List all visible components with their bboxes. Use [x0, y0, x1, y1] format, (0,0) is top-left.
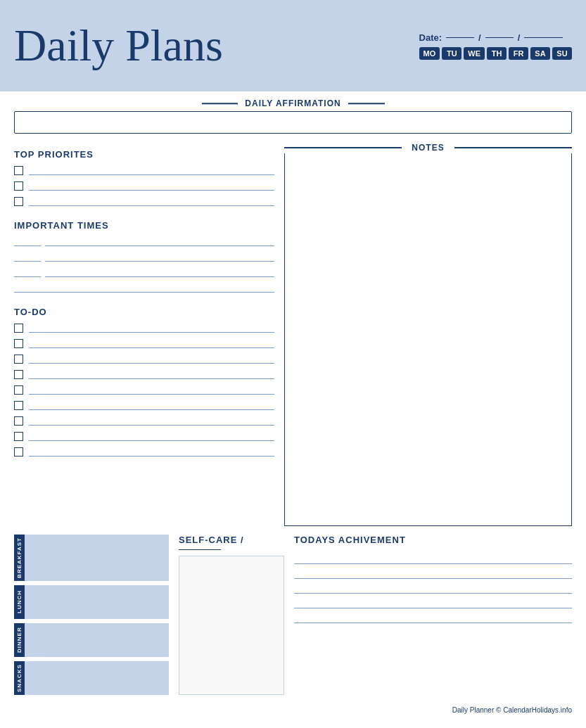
todo-line-2[interactable] [29, 338, 274, 348]
selfcare-header: SELF-CARE / [179, 535, 284, 545]
todo-checkbox-3[interactable] [14, 355, 23, 364]
achievement-line-4[interactable] [294, 608, 572, 608]
footer-text: Daily Planner © CalendarHolidays.info [452, 706, 572, 714]
important-times-header: IMPORTANT TIMES [14, 220, 274, 231]
lunch-row: LUNCH [14, 585, 169, 619]
achievement-line-5[interactable] [294, 622, 572, 623]
date-blank-year[interactable] [524, 37, 563, 38]
dinner-label: DINNER [14, 623, 25, 657]
notes-label-wrap: NOTES [284, 141, 572, 153]
todo-checkbox-6[interactable] [14, 401, 23, 410]
priority-checkbox-3[interactable] [14, 197, 23, 206]
date-line: Date: / / [419, 32, 565, 43]
page-title: Daily Plans [14, 23, 223, 68]
dinner-row: DINNER [14, 623, 169, 657]
todo-line-7[interactable] [29, 416, 274, 426]
snacks-label: SNACKS [14, 661, 25, 695]
todo-header: TO-DO [14, 307, 274, 317]
day-we[interactable]: WE [464, 47, 485, 60]
meals-column: BREAKFAST LUNCH DINNER SNACKS [14, 535, 169, 695]
top-priorities-header: TOP PRIORITES [14, 149, 274, 160]
todo-item-3 [14, 354, 274, 364]
day-fr[interactable]: FR [509, 47, 528, 60]
priority-checkbox-2[interactable] [14, 181, 23, 191]
priority-line-2[interactable] [29, 181, 274, 191]
date-blank-day[interactable] [485, 37, 514, 38]
affirmation-label: DAILY AFFIRMATION [14, 98, 572, 108]
time-desc-2[interactable] [45, 252, 274, 262]
todo-checkbox-5[interactable] [14, 385, 23, 395]
todo-item-4 [14, 369, 274, 379]
time-row-4 [14, 283, 274, 293]
time-slot-2[interactable] [14, 252, 41, 262]
achievement-line-1[interactable] [294, 563, 572, 564]
priority-line-3[interactable] [29, 196, 274, 206]
priority-item-3 [14, 196, 274, 206]
main-content: DAILY AFFIRMATION TOP PRIORITES IMPORTAN… [0, 91, 586, 702]
day-mo[interactable]: MO [419, 47, 440, 60]
affirmation-input[interactable] [14, 111, 572, 134]
time-row-3 [14, 267, 274, 277]
selfcare-area[interactable] [179, 556, 284, 695]
todo-item-8 [14, 431, 274, 441]
day-su[interactable]: SU [552, 47, 572, 60]
day-th[interactable]: TH [487, 47, 507, 60]
time-desc-1[interactable] [45, 236, 274, 246]
date-blank-month[interactable] [446, 37, 474, 38]
todo-checkbox-4[interactable] [14, 370, 23, 379]
todo-line-9[interactable] [29, 447, 274, 456]
todo-item-9 [14, 447, 274, 456]
day-buttons: MO TU WE TH FR SA SU [419, 47, 572, 60]
dinner-box[interactable] [25, 623, 169, 657]
todo-item-1 [14, 323, 274, 333]
two-col-layout: TOP PRIORITES IMPORTANT TIMES [14, 141, 572, 526]
achievement-header: TODAYS ACHIVEMENT [294, 535, 572, 545]
todo-line-3[interactable] [29, 354, 274, 364]
footer: Daily Planner © CalendarHolidays.info [0, 702, 586, 717]
notes-box[interactable] [284, 153, 572, 526]
time-row-2 [14, 252, 274, 262]
bottom-section: BREAKFAST LUNCH DINNER SNACKS SELF-CARE … [14, 535, 572, 695]
todo-checkbox-8[interactable] [14, 432, 23, 441]
right-column: NOTES [284, 141, 572, 526]
header-right: Date: / / MO TU WE TH FR SA SU [419, 32, 572, 60]
time-row-1 [14, 236, 274, 246]
todo-line-5[interactable] [29, 385, 274, 395]
achievement-column: TODAYS ACHIVEMENT [294, 535, 572, 695]
priority-line-1[interactable] [29, 165, 274, 175]
priority-checkbox-1[interactable] [14, 166, 23, 175]
day-tu[interactable]: TU [442, 47, 461, 60]
day-sa[interactable]: SA [530, 47, 550, 60]
selfcare-underline [179, 549, 221, 550]
time-slot-3[interactable] [14, 267, 41, 277]
todo-item-7 [14, 416, 274, 426]
todo-line-8[interactable] [29, 431, 274, 441]
todo-line-4[interactable] [29, 369, 274, 379]
todo-line-6[interactable] [29, 400, 274, 410]
achievement-line-2[interactable] [294, 578, 572, 579]
todo-item-6 [14, 400, 274, 410]
breakfast-box[interactable] [25, 535, 169, 581]
achievement-lines [294, 563, 572, 623]
affirmation-section: DAILY AFFIRMATION [14, 98, 572, 134]
date-label: Date: [419, 32, 442, 43]
lunch-label: LUNCH [14, 585, 25, 619]
page-header: Daily Plans Date: / / MO TU WE TH FR SA … [0, 0, 586, 91]
todo-checkbox-9[interactable] [14, 447, 23, 456]
time-desc-3[interactable] [45, 267, 274, 277]
todo-item-2 [14, 338, 274, 348]
snacks-box[interactable] [25, 661, 169, 695]
priority-item-1 [14, 165, 274, 175]
snacks-row: SNACKS [14, 661, 169, 695]
lunch-box[interactable] [25, 585, 169, 619]
todo-checkbox-2[interactable] [14, 339, 23, 348]
priority-item-2 [14, 181, 274, 191]
todo-checkbox-7[interactable] [14, 416, 23, 426]
time-extra-line[interactable] [14, 283, 274, 293]
todo-line-1[interactable] [29, 323, 274, 333]
achievement-line-3[interactable] [294, 593, 572, 594]
breakfast-label: BREAKFAST [14, 535, 25, 581]
todo-checkbox-1[interactable] [14, 324, 23, 333]
time-slot-1[interactable] [14, 236, 41, 246]
todo-item-5 [14, 385, 274, 395]
